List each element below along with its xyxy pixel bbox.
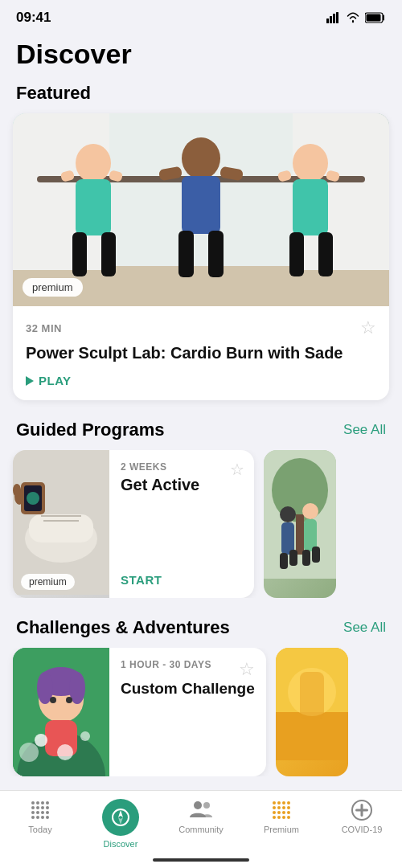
- featured-duration: 32 MIN: [26, 322, 62, 334]
- svg-rect-46: [289, 550, 297, 566]
- featured-section: Featured: [0, 83, 402, 400]
- nav-item-discover[interactable]: Discover: [80, 799, 161, 849]
- svg-rect-42: [296, 514, 304, 555]
- play-icon: [26, 376, 34, 386]
- program-card-2[interactable]: [264, 450, 336, 598]
- wifi-icon: [346, 12, 360, 23]
- guided-programs-see-all[interactable]: See All: [343, 422, 386, 438]
- programs-scroll: premium ☆ 2 WEEKS Get Active START: [0, 450, 402, 598]
- program-illustration-2: [264, 450, 336, 579]
- svg-rect-49: [302, 550, 310, 566]
- svg-point-95: [273, 811, 276, 814]
- svg-point-78: [46, 806, 49, 809]
- svg-point-37: [27, 492, 39, 505]
- svg-point-79: [46, 811, 49, 814]
- challenge-meta: 1 HOUR - 30 DAYS: [121, 659, 211, 670]
- nav-item-today[interactable]: Today: [0, 799, 80, 849]
- svg-rect-1: [330, 16, 332, 23]
- home-indicator: [153, 858, 249, 862]
- svg-point-94: [282, 806, 285, 809]
- svg-rect-21: [208, 231, 224, 277]
- challenge-star[interactable]: ☆: [239, 659, 255, 680]
- svg-point-68: [31, 801, 35, 805]
- guided-programs-section: Guided Programs See All: [0, 420, 402, 598]
- svg-rect-0: [326, 18, 329, 23]
- status-time: 09:41: [16, 10, 51, 26]
- featured-info: 32 MIN ☆ Power Sculpt Lab: Cardio Burn w…: [13, 306, 389, 400]
- svg-point-91: [282, 801, 285, 805]
- challenge-card[interactable]: 1 HOUR - 30 DAYS ☆ Custom Challenge: [13, 648, 266, 776]
- signal-icon: [326, 12, 341, 23]
- svg-rect-13: [76, 179, 111, 235]
- play-button[interactable]: PLAY: [26, 374, 376, 387]
- svg-point-98: [287, 801, 290, 805]
- today-icon: [29, 799, 51, 821]
- status-bar: 09:41: [0, 0, 402, 32]
- svg-rect-48: [304, 519, 317, 551]
- svg-rect-19: [182, 176, 220, 234]
- svg-point-61: [57, 744, 73, 760]
- svg-point-88: [203, 802, 210, 809]
- svg-point-18: [182, 137, 220, 179]
- page-title-section: Discover: [0, 32, 402, 83]
- svg-point-12: [76, 144, 111, 182]
- challenge-info: 1 HOUR - 30 DAYS ☆ Custom Challenge: [109, 648, 266, 776]
- svg-point-60: [35, 734, 47, 747]
- challenges-scroll: 1 HOUR - 30 DAYS ☆ Custom Challenge: [0, 648, 402, 776]
- svg-point-90: [277, 801, 281, 805]
- play-label: PLAY: [39, 374, 72, 387]
- svg-rect-67: [300, 672, 324, 720]
- svg-point-82: [41, 816, 44, 819]
- svg-point-75: [36, 811, 39, 814]
- svg-point-92: [273, 806, 276, 809]
- svg-point-89: [273, 801, 276, 805]
- svg-point-87: [194, 801, 202, 809]
- nav-item-premium[interactable]: Premium: [241, 799, 322, 849]
- svg-point-71: [31, 806, 35, 809]
- svg-point-99: [287, 806, 290, 809]
- program-weeks: 2 WEEKS: [121, 461, 243, 473]
- covid-icon: [351, 799, 373, 821]
- challenge-image: [13, 648, 109, 776]
- svg-point-73: [41, 806, 44, 809]
- status-icons: [326, 12, 386, 23]
- svg-rect-3: [336, 12, 338, 23]
- svg-point-70: [41, 801, 44, 805]
- featured-meta: 32 MIN ☆: [26, 317, 376, 338]
- nav-label-covid19: COVID-19: [342, 825, 383, 834]
- svg-point-101: [273, 816, 276, 819]
- challenge-card-2[interactable]: [276, 648, 348, 776]
- svg-point-58: [66, 697, 72, 703]
- svg-point-72: [36, 806, 39, 809]
- featured-card[interactable]: premium 32 MIN ☆ Power Sculpt Lab: Cardi…: [13, 113, 389, 400]
- nav-item-covid19[interactable]: COVID-19: [322, 799, 402, 849]
- svg-rect-25: [293, 179, 328, 235]
- program-star[interactable]: ☆: [230, 460, 244, 479]
- challenge-title: Custom Challenge: [121, 680, 255, 698]
- featured-video-title: Power Sculpt Lab: Cardio Burn with Sade: [26, 343, 376, 362]
- nav-label-discover: Discover: [104, 839, 138, 849]
- svg-rect-32: [29, 514, 93, 542]
- challenges-see-all[interactable]: See All: [343, 620, 386, 636]
- featured-header: Featured: [0, 83, 402, 113]
- page-title: Discover: [16, 39, 386, 70]
- guided-programs-title: Guided Programs: [16, 420, 165, 440]
- fitness-illustration: [13, 113, 389, 306]
- svg-point-47: [302, 503, 318, 519]
- svg-marker-86: [118, 817, 123, 825]
- challenges-section: Challenges & Adventures See All: [0, 617, 402, 776]
- svg-point-69: [36, 801, 39, 805]
- program-card[interactable]: premium ☆ 2 WEEKS Get Active START: [13, 450, 254, 598]
- bottom-nav: Today Discover Community: [0, 790, 402, 868]
- challenges-title: Challenges & Adventures: [16, 617, 230, 638]
- svg-point-24: [293, 144, 328, 182]
- svg-point-83: [46, 816, 49, 819]
- start-button[interactable]: START: [121, 573, 243, 587]
- nav-item-community[interactable]: Community: [161, 799, 241, 849]
- svg-rect-26: [289, 232, 304, 276]
- svg-rect-2: [333, 14, 335, 23]
- svg-rect-45: [280, 553, 288, 569]
- guided-programs-header: Guided Programs See All: [0, 420, 402, 450]
- svg-point-43: [280, 506, 296, 522]
- featured-star[interactable]: ☆: [360, 317, 376, 338]
